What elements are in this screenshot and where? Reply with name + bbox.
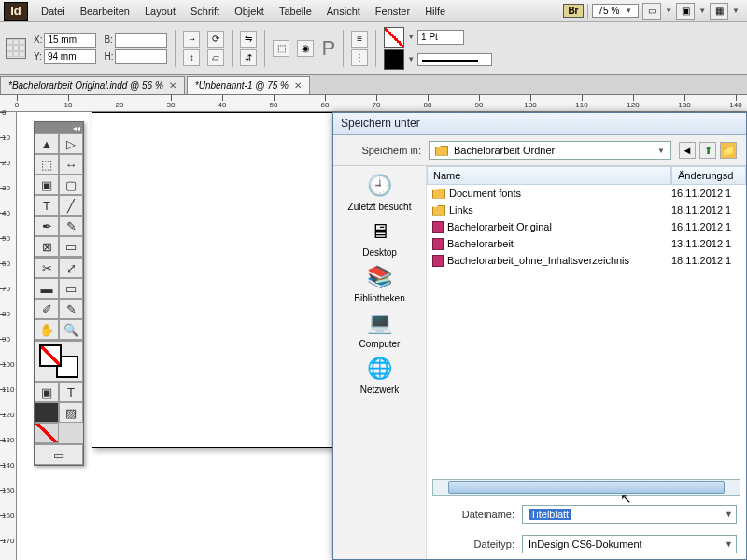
content-collector-tool[interactable]: ▣ (35, 175, 59, 195)
selection-tool[interactable]: ▲ (35, 133, 59, 154)
x-input[interactable] (44, 33, 96, 48)
note-tool[interactable]: ✐ (35, 299, 59, 319)
menu-bearbeiten[interactable]: Bearbeiten (73, 3, 137, 20)
menu-tabelle[interactable]: Tabelle (272, 3, 319, 20)
align-icon[interactable]: ≡ (351, 31, 368, 48)
gradient-swatch-tool[interactable]: ▬ (35, 278, 59, 299)
menu-hilfe[interactable]: Hilfe (417, 3, 453, 20)
column-name[interactable]: Name (427, 166, 671, 185)
free-transform-tool[interactable]: ⤢ (59, 258, 83, 278)
scale-y-icon[interactable]: ↕ (183, 49, 200, 66)
stroke-weight-input[interactable] (417, 30, 464, 45)
file-row[interactable]: Links18.11.2012 1 (427, 202, 746, 218)
formatting-text-icon[interactable]: T (59, 382, 83, 402)
flip-v-icon[interactable]: ⇵ (240, 49, 257, 66)
shear-icon[interactable]: ▱ (207, 49, 224, 66)
apply-none-icon[interactable] (35, 423, 59, 443)
flip-h-icon[interactable]: ⇋ (240, 31, 257, 48)
h-input[interactable] (115, 49, 167, 64)
file-row[interactable]: Bachelorarbeit_ohne_Inhaltsverzeichnis18… (427, 252, 746, 269)
bridge-button[interactable]: Br (563, 4, 583, 18)
fill-stroke-swap[interactable] (35, 341, 83, 382)
folder-icon (435, 146, 448, 156)
vertical-ruler[interactable]: 0102030405060708090100110120130140150160… (0, 112, 17, 560)
view-mode-icon[interactable]: ▭ (35, 444, 83, 465)
rectangle-tool[interactable]: ▭ (59, 236, 83, 257)
menu-layout[interactable]: Layout (137, 3, 183, 20)
filename-input[interactable]: Titelblatt▼ (522, 505, 737, 524)
place-desktop[interactable]: 🖥Desktop (362, 217, 397, 258)
app-logo: Id (4, 2, 28, 21)
screen-mode-icon[interactable]: ▣ (676, 3, 695, 20)
menu-ansicht[interactable]: Ansicht (319, 3, 368, 20)
zoom-tool[interactable]: 🔍 (59, 319, 83, 340)
tab-unbenannt[interactable]: *Unbenannt-1 @ 75 %✕ (187, 76, 310, 94)
rotate-icon[interactable]: ⟳ (207, 31, 224, 48)
fill-swatch[interactable] (384, 49, 404, 70)
gradient-feather-tool[interactable]: ▭ (59, 278, 83, 299)
new-folder-icon[interactable]: 📁 (720, 142, 737, 159)
tools-panel: ◂◂ ▲ ▷ ⬚ ↔ ▣ ▢ T ╱ ✒ ✎ ⊠ ▭ ✂ ⤢ ▬ ▭ ✐ ✎ ✋… (34, 121, 84, 466)
select-content-icon[interactable]: ◉ (297, 40, 314, 57)
distribute-icon[interactable]: ⋮ (351, 49, 368, 66)
place-recent[interactable]: 🕘Zuletzt besucht (348, 172, 412, 212)
h-label: H: (104, 51, 113, 62)
indd-icon (432, 238, 444, 250)
column-date[interactable]: Änderungsd (671, 166, 746, 185)
direct-selection-tool[interactable]: ▷ (59, 133, 83, 154)
rectangle-frame-tool[interactable]: ⊠ (35, 236, 59, 257)
file-row[interactable]: Document fonts16.11.2012 1 (427, 185, 746, 202)
stroke-style-combo[interactable] (417, 53, 492, 66)
panel-collapse-icon[interactable]: ◂◂ (35, 122, 83, 133)
save-in-combo[interactable]: Bachelorarbeit Ordner ▼ (429, 141, 671, 160)
close-icon[interactable]: ✕ (169, 80, 176, 91)
w-input[interactable] (115, 33, 167, 48)
filetype-label: Dateityp: (436, 539, 514, 550)
save-as-dialog: Speichern unter Speichem in: Bachelorarb… (332, 112, 747, 560)
places-bar: 🕘Zuletzt besucht 🖥Desktop 📚Bibliotheken … (333, 166, 427, 559)
horizontal-ruler[interactable]: 0102030405060708090100110120130140 (0, 95, 747, 112)
filetype-combo[interactable]: InDesign CS6-Dokument▼ (522, 535, 737, 553)
hand-tool[interactable]: ✋ (35, 319, 59, 340)
up-icon[interactable]: ⬆ (699, 142, 716, 159)
place-libraries[interactable]: 📚Bibliotheken (354, 263, 404, 303)
select-container-icon[interactable]: ⬚ (273, 40, 289, 57)
type-tool[interactable]: T (35, 195, 59, 216)
zoom-level[interactable]: 75 %▼ (592, 4, 640, 18)
view-options-icon[interactable]: ▭ (642, 3, 661, 20)
eyedropper-tool[interactable]: ✎ (59, 299, 83, 319)
menu-datei[interactable]: Datei (34, 3, 73, 20)
close-icon[interactable]: ✕ (294, 80, 302, 91)
folder-icon (432, 189, 445, 199)
pen-tool[interactable]: ✒ (35, 216, 59, 236)
back-icon[interactable]: ◄ (679, 142, 696, 159)
apply-gradient-icon[interactable]: ▨ (59, 402, 83, 423)
pencil-tool[interactable]: ✎ (59, 216, 83, 236)
stroke-swatch[interactable] (384, 27, 404, 48)
scissors-tool[interactable]: ✂ (35, 258, 59, 278)
horizontal-scrollbar[interactable] (432, 479, 740, 496)
menu-schrift[interactable]: Schrift (183, 3, 227, 20)
page-tool[interactable]: ⬚ (35, 154, 59, 175)
reference-point[interactable] (6, 38, 26, 59)
file-row[interactable]: Bachelorarbeit Original16.11.2012 1 (427, 218, 746, 235)
menu-fenster[interactable]: Fenster (368, 3, 417, 20)
apply-color-icon[interactable] (35, 402, 59, 423)
tab-original[interactable]: *Bachelorarbeit Original.indd @ 56 %✕ (0, 76, 185, 94)
place-network[interactable]: 🌐Netzwerk (360, 355, 400, 395)
formatting-container-icon[interactable]: ▣ (35, 382, 59, 402)
place-computer[interactable]: 💻Computer (359, 309, 401, 349)
scale-x-icon[interactable]: ↔ (183, 31, 200, 48)
save-in-label: Speichem in: (343, 145, 421, 156)
folder-icon (432, 205, 445, 216)
file-row[interactable]: Bachelorarbeit13.11.2012 1 (427, 235, 746, 252)
x-label: X: (34, 35, 42, 45)
arrange-icon[interactable]: ▦ (710, 3, 728, 20)
y-label: Y: (34, 51, 42, 62)
line-tool[interactable]: ╱ (59, 195, 83, 216)
y-input[interactable] (44, 49, 96, 64)
gap-tool[interactable]: ↔ (59, 154, 83, 175)
filename-label: Dateiname: (436, 509, 514, 520)
menu-objekt[interactable]: Objekt (227, 3, 272, 20)
content-placer-tool[interactable]: ▢ (59, 175, 83, 195)
